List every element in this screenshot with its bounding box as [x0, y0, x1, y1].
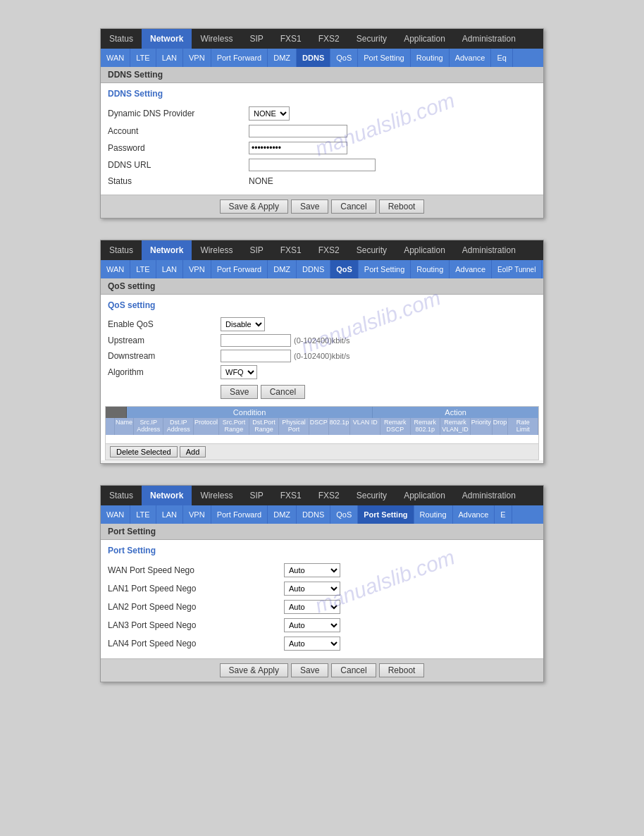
ps-save-button[interactable]: Save	[291, 663, 328, 677]
qos-nav-sip[interactable]: SIP	[241, 240, 271, 260]
qos-nav-application[interactable]: Application	[395, 240, 454, 260]
qos-sub-portsetting[interactable]: Port Setting	[359, 260, 411, 278]
nav-fxs2[interactable]: FXS2	[310, 29, 348, 49]
ps-nav-sip[interactable]: SIP	[241, 486, 271, 505]
ps-sub-lan[interactable]: LAN	[156, 505, 183, 524]
sub-portforward[interactable]: Port Forward	[211, 49, 268, 67]
enable-qos-row: Enable QoS Disable Enable	[108, 316, 536, 333]
qos-nav-network[interactable]: Network	[142, 240, 192, 260]
cancel-button[interactable]: Cancel	[331, 199, 376, 214]
sub-lte[interactable]: LTE	[130, 49, 156, 67]
qos-sub-lan[interactable]: LAN	[156, 260, 183, 278]
ps-save-apply-button[interactable]: Save & Apply	[220, 663, 288, 677]
nav-application[interactable]: Application	[395, 29, 454, 49]
downstream-input[interactable]	[221, 350, 291, 362]
reboot-button[interactable]: Reboot	[379, 199, 425, 214]
ps-nav-application[interactable]: Application	[395, 486, 454, 505]
qos-nav-security[interactable]: Security	[348, 240, 395, 260]
ddnsurl-input[interactable]	[249, 159, 376, 171]
ps-cancel-button[interactable]: Cancel	[331, 663, 376, 677]
qos-sub-eoip[interactable]: EoIP Tunnel	[492, 260, 542, 278]
nav-status[interactable]: Status	[101, 29, 142, 49]
ps-sub-portforward[interactable]: Port Forward	[211, 505, 268, 524]
nav-sip[interactable]: SIP	[241, 29, 271, 49]
upstream-input[interactable]	[221, 334, 291, 347]
col-ratelimit: RateLimit	[508, 418, 538, 435]
qos-sub-qos[interactable]: QoS	[330, 260, 359, 278]
ps-nav-wireless[interactable]: Wireless	[192, 486, 241, 505]
ps-nav-security[interactable]: Security	[348, 486, 395, 505]
qos-sub-lte[interactable]: LTE	[130, 260, 156, 278]
ps-sub-routing[interactable]: Routing	[414, 505, 453, 524]
col-vlanid: VLAN ID	[350, 418, 380, 435]
qos-sub-wan[interactable]: WAN	[101, 260, 130, 278]
qos-sub-portforward[interactable]: Port Forward	[211, 260, 268, 278]
qos-sub-connmgr[interactable]: Connection Manager	[542, 260, 543, 278]
sub-dmz[interactable]: DMZ	[268, 49, 297, 67]
sub-lan[interactable]: LAN	[156, 49, 183, 67]
sub-vpn[interactable]: VPN	[183, 49, 211, 67]
col-dstport: Dst.PortRange	[249, 418, 280, 435]
qos-sub-dmz[interactable]: DMZ	[268, 260, 297, 278]
ps-sub-vpn[interactable]: VPN	[183, 505, 211, 524]
delete-selected-button[interactable]: Delete Selected	[110, 446, 178, 457]
qos-cancel-button[interactable]: Cancel	[261, 385, 305, 399]
dns-provider-select[interactable]: NONE	[249, 106, 290, 121]
ps-sub-qos[interactable]: QoS	[330, 505, 358, 524]
nav-wireless[interactable]: Wireless	[192, 29, 241, 49]
account-input[interactable]	[249, 125, 347, 137]
sub-advance[interactable]: Advance	[450, 49, 492, 67]
wan-speed-select[interactable]: Auto	[284, 563, 340, 577]
add-button[interactable]: Add	[180, 446, 206, 457]
ps-button-bar: Save & Apply Save Cancel Reboot	[101, 658, 543, 682]
qos-nav-fxs1[interactable]: FXS1	[272, 240, 310, 260]
ps-nav-status[interactable]: Status	[101, 486, 142, 505]
nav-security[interactable]: Security	[348, 29, 395, 49]
ps-sub-wan[interactable]: WAN	[101, 505, 130, 524]
qos-sub-routing[interactable]: Routing	[411, 260, 450, 278]
qos-sub-vpn[interactable]: VPN	[183, 260, 211, 278]
ps-sub-advance[interactable]: Advance	[453, 505, 495, 524]
sub-qos[interactable]: QoS	[330, 49, 358, 67]
qos-nav-fxs2[interactable]: FXS2	[310, 240, 348, 260]
ps-sub-lte[interactable]: LTE	[130, 505, 156, 524]
sub-eq[interactable]: Eq	[491, 49, 512, 67]
ps-nav-fxs1[interactable]: FXS1	[272, 486, 310, 505]
save-apply-button[interactable]: Save & Apply	[220, 199, 288, 214]
ps-sub-ddns[interactable]: DDNS	[297, 505, 330, 524]
nav-administration[interactable]: Administration	[454, 29, 524, 49]
ps-sub-dmz[interactable]: DMZ	[268, 505, 297, 524]
nav-network[interactable]: Network	[142, 29, 192, 49]
sub-portsetting[interactable]: Port Setting	[358, 49, 410, 67]
qos-nav-wireless[interactable]: Wireless	[192, 240, 241, 260]
qos-sub-ddns[interactable]: DDNS	[297, 260, 330, 278]
col-8021p: 802.1p	[329, 418, 351, 435]
ps-sub-e[interactable]: E	[495, 505, 512, 524]
ps-nav-fxs2[interactable]: FXS2	[310, 486, 348, 505]
ddns-form: Dynamic DNS Provider NONE Account	[101, 102, 543, 195]
lan4-speed-select[interactable]: Auto	[284, 637, 340, 651]
lan3-speed-label: LAN3 Port Speed Nego	[108, 620, 284, 630]
qos-nav-admin[interactable]: Administration	[454, 240, 524, 260]
password-input[interactable]	[249, 142, 347, 154]
qos-nav-status[interactable]: Status	[101, 240, 142, 260]
sub-wan[interactable]: WAN	[101, 49, 130, 67]
ps-sub-portsetting[interactable]: Port Setting	[358, 505, 414, 524]
enable-qos-select[interactable]: Disable Enable	[221, 317, 265, 331]
qos-nav-bar: Status Network Wireless SIP FXS1 FXS2 Se…	[101, 240, 543, 260]
qos-save-button[interactable]: Save	[221, 385, 258, 399]
lan1-speed-select[interactable]: Auto	[284, 582, 340, 596]
qos-sub-advance[interactable]: Advance	[450, 260, 492, 278]
algorithm-select[interactable]: WFQ FIFO	[221, 365, 257, 379]
ps-nav-admin[interactable]: Administration	[454, 486, 524, 505]
save-button[interactable]: Save	[291, 199, 328, 214]
lan2-speed-select[interactable]: Auto	[284, 600, 340, 614]
sub-ddns[interactable]: DDNS	[297, 49, 330, 67]
sub-routing[interactable]: Routing	[411, 49, 450, 67]
ps-reboot-button[interactable]: Reboot	[379, 663, 425, 677]
nav-fxs1[interactable]: FXS1	[272, 29, 310, 49]
upstream-row: Upstream (0-102400)kbit/s	[108, 333, 536, 348]
lan3-speed-select[interactable]: Auto	[284, 618, 340, 632]
col-dscp: DSCP	[309, 418, 329, 435]
ps-nav-network[interactable]: Network	[142, 486, 192, 505]
